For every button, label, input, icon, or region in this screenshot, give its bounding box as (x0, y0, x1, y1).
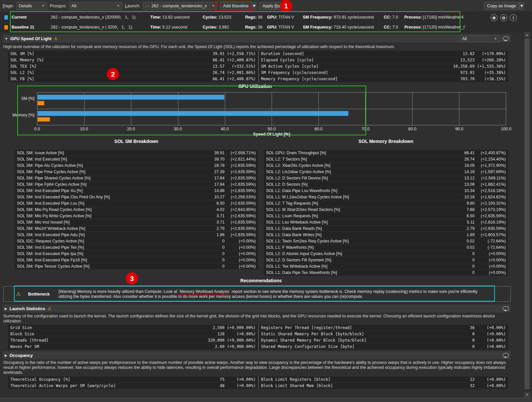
table-row: SOL L2: Lts2xbar Cycles Active [%]14.16(… (264, 169, 508, 175)
metric-value: 2.79 (217, 226, 225, 231)
table-row: SOL L2: D Sectors Fill Device [%]13.12(+… (264, 175, 508, 181)
table-row: SM Frequency [cycle/usecond]973.91(+35.3… (259, 70, 508, 76)
metric-delta: (+0.00%) (475, 270, 506, 275)
apply-rules-button[interactable]: Apply Rules (259, 2, 289, 10)
metric-delta: (+2,635.59%) (225, 226, 256, 231)
metric-value: 10.16 (464, 195, 475, 199)
x-tick-label: 100.0 (501, 127, 511, 131)
metric-value: 0.02 (467, 245, 475, 250)
add-baseline-dropdown[interactable]: ▼ (252, 2, 256, 10)
metric-label: SOL SM: Inst Executed Pipe Fp16 [%] (17, 258, 222, 262)
metric-value: 3.71 (217, 214, 225, 218)
baseline-field-regs: Regs: 36 (245, 15, 267, 20)
table-row: SOL L1: Data Pipe Lsu Wavefronts [%]10.3… (264, 188, 508, 194)
baseline-controls: ⊕ ⊖ i (491, 14, 517, 21)
plus-circle-button[interactable]: ⊕ (491, 14, 498, 21)
metric-delta: (+2,635.59%) (225, 182, 256, 187)
vertical-scrollbar[interactable]: ▲ ▼ (524, 32, 530, 397)
comment-bubble-icon[interactable] (503, 306, 509, 311)
metric-delta: (+2,256.53%) (225, 195, 256, 199)
sol-table-right: Duration [usecond]13.82(+170.00%)Elapsed… (258, 51, 508, 82)
metric-value: 1.86 (217, 233, 225, 237)
copy-as-image-dropdown[interactable]: ▼ (519, 2, 524, 10)
metric-delta: (+35.38%) (475, 70, 506, 75)
metric-delta: (+1,555.36%) (475, 64, 506, 69)
copy-as-image-button[interactable]: Copy as Image (484, 2, 519, 10)
field-value: 3,692 (219, 25, 229, 30)
horizontal-scrollbar[interactable] (0, 398, 532, 402)
collapse-triangle-icon[interactable]: ▶ (5, 307, 7, 310)
table-row: Dynamic Shared Memory Per Block [byte/bl… (259, 337, 508, 343)
field-label: Regs: (245, 15, 257, 20)
bar-baseline (37, 101, 44, 105)
x-tick-label: 50.0 (268, 127, 276, 131)
table-row: SM Active Cycles [cycle]10,258.69(+1,555… (259, 63, 508, 69)
metric-value: 28.78 (214, 163, 225, 168)
table-row: Registers Per Thread [register/thread]36… (259, 325, 508, 331)
scrollbar-thumb[interactable] (524, 38, 530, 389)
baseline-row[interactable]: Current262 - compute_tendencies_x (32000… (0, 12, 532, 22)
add-baseline-button[interactable]: Add Baseline (220, 2, 252, 10)
warning-icon: ⚠ (16, 291, 21, 297)
metric-value: 14.86 (214, 188, 225, 193)
baseline-field-process: Process: [17183] miniWeather4 (404, 15, 463, 20)
table-row: SOL L2: T Sectors [%]26.74(+2,154.40%) (264, 156, 508, 162)
section-header-occupancy[interactable]: ▶ Occupancy (3, 351, 511, 359)
metric-delta: (+0.00%) (225, 264, 256, 269)
metric-delta: (+2,635.59%) (475, 226, 506, 231)
info-circle-button[interactable]: i (510, 14, 517, 21)
page-label: Page: (3, 3, 14, 8)
metric-label: SOL SM: Mio2rf Writeback Active [%] (17, 226, 217, 231)
section-header-launch-statistics[interactable]: ▶ Launch Statistics ⚠ (3, 304, 511, 312)
field-value: 719.40 cycle/usecond (334, 25, 374, 30)
metric-delta: (+2,635.59%) (225, 233, 256, 237)
metric-label: Static Shared Memory Per Block [byte/blo… (261, 332, 472, 336)
bottleneck-text: [Warning] Memory is more heavily utilize… (58, 289, 510, 299)
metric-value: 0 (222, 264, 225, 269)
field-label: Time: (150, 15, 161, 20)
metric-value: 13.57 (213, 64, 225, 69)
table-row: Block Limit Shared Mem [block]32(+0.00%) (259, 383, 508, 389)
minus-circle-button[interactable]: ⊖ (500, 14, 507, 21)
metric-value: 0.02 (467, 239, 475, 243)
table-row: SOL SM: Pipe Fma Cycles Active [%]27.39(… (15, 169, 258, 175)
table-row: SOL SM: Inst Executed Pipe Fp16 [%]0(+0.… (15, 257, 258, 263)
sol-filter-dropdown[interactable]: All▼ (460, 35, 499, 42)
metric-value: 17.64 (214, 182, 225, 187)
table-row: Grid Size2,500(+9,900.00%) (8, 325, 258, 331)
scroll-down-button[interactable]: ▼ (524, 392, 530, 397)
table-row: SOL L2: T Tag Requests [%]9.80(+2,193.32… (264, 200, 508, 206)
metric-label: SOL L1: Data Pipe Tex Wavefronts [%] (266, 270, 472, 275)
field-value: [17183] miniWeather4 (423, 15, 463, 20)
table-row: SOL SM: Pipe Tensor Cycles Active [%]0(+… (15, 263, 258, 269)
chart-x-ticks: 0.010.020.030.040.050.060.070.080.090.01… (37, 127, 506, 132)
metric-label: SOL L1: Lsuin Requests [%] (266, 214, 467, 218)
metric-label: Shared Memory Configuration Size [byte] (261, 344, 472, 349)
field-label: GPU: (267, 15, 277, 20)
comment-bubble-icon[interactable] (503, 36, 509, 41)
baseline-row[interactable]: Baseline 11262 - compute_tendencies_x ( … (0, 22, 532, 32)
chart-category-label: Memory [%] (3, 113, 34, 117)
metric-value: 0 (222, 239, 225, 243)
table-row: Waves Per SM2.60(+9,900.00%) (8, 344, 258, 350)
metric-delta: (+2,603.57%) (475, 233, 506, 237)
baseline-field-time: Time: 13.82 usecond (150, 15, 203, 20)
collapse-triangle-icon[interactable]: ▶ (5, 354, 7, 357)
field-value: TITAN V (279, 25, 294, 30)
section-header-gpu-sol[interactable]: ▼ GPU Speed Of Light ⚠ All▼ (3, 34, 511, 42)
gpu-utilization-chart: GPU Utilization 0.010.020.030.040.050.06… (3, 84, 529, 137)
scroll-up-button[interactable]: ▲ (524, 32, 530, 37)
metric-label: SM Active Cycles [cycle] (261, 64, 453, 69)
comment-bubble-icon[interactable] (503, 353, 509, 358)
bar-current (37, 111, 349, 116)
field-value: 7.0 (392, 15, 398, 20)
launch-dropdown[interactable]: . - 262 - compute_tendencies_x▼ (143, 2, 217, 10)
table-row: SOL L2: D Sectors Fill Sysmem [%]0(+0.00… (264, 257, 508, 263)
metric-delta: (+0.00%) (475, 344, 506, 349)
baseline-field-process: Process: [17120] miniWeather_f (404, 25, 465, 30)
page-dropdown[interactable]: Details▼ (17, 2, 47, 10)
process-dropdown[interactable]: All▼ (69, 2, 122, 10)
metric-delta: (+0.00%) (475, 264, 506, 269)
collapse-triangle-icon[interactable]: ▼ (5, 37, 8, 40)
metric-delta: (+0.00%) (475, 332, 506, 336)
